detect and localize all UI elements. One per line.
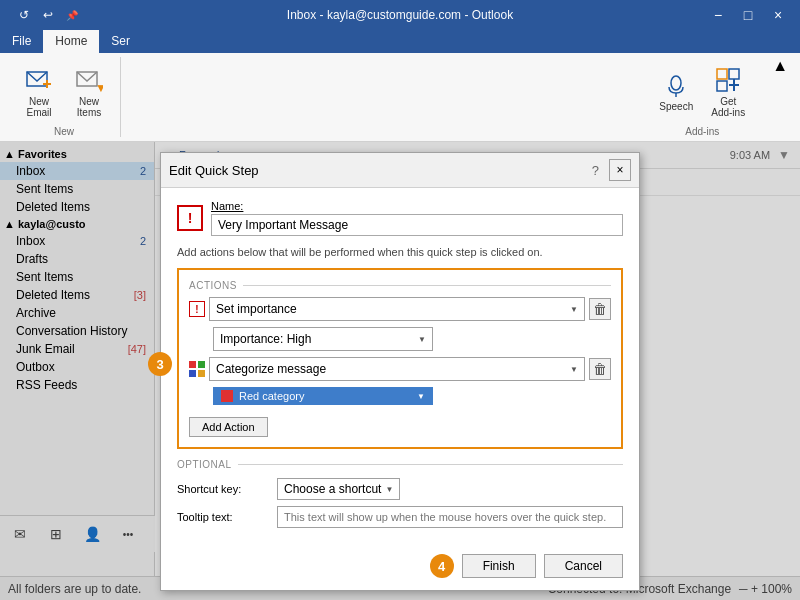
cancel-button[interactable]: Cancel xyxy=(544,554,623,578)
get-addins-icon xyxy=(712,64,744,96)
tooltip-row: Tooltip text: xyxy=(177,506,623,528)
dialog-description: Add actions below that will be performed… xyxy=(177,246,623,258)
action2-icon xyxy=(189,361,205,377)
new-items-label: New Items xyxy=(77,96,101,118)
dialog-title: Edit Quick Step xyxy=(169,163,259,178)
action1-sub-select[interactable]: Importance: High ▼ xyxy=(213,327,433,351)
dialog-help-label[interactable]: ? xyxy=(592,163,599,178)
ribbon-group-addins-items: Speech Get Add-ins xyxy=(652,57,752,124)
close-button[interactable]: × xyxy=(764,1,792,29)
maximize-button[interactable]: □ xyxy=(734,1,762,29)
new-items-button[interactable]: ▼ New Items xyxy=(66,59,112,123)
dialog-overlay: Edit Quick Step ? × ! Name: Add actions … xyxy=(0,142,800,600)
red-category-color xyxy=(221,390,233,402)
svg-rect-9 xyxy=(717,81,727,91)
tooltip-label: Tooltip text: xyxy=(177,511,277,523)
dialog-titlebar: Edit Quick Step ? × xyxy=(161,153,639,188)
get-addins-label: Get Add-ins xyxy=(711,96,745,118)
action1-sub-value: Importance: High xyxy=(220,332,311,346)
shortcut-value: Choose a shortcut xyxy=(284,482,381,496)
shortcut-row: Shortcut key: Choose a shortcut ▼ xyxy=(177,478,623,500)
add-action-button[interactable]: Add Action xyxy=(189,417,268,437)
action1-icon: ! xyxy=(189,301,205,317)
new-items-icon: ▼ xyxy=(73,64,105,96)
action2-value: Categorize message xyxy=(216,362,326,376)
edit-quick-step-dialog: Edit Quick Step ? × ! Name: Add actions … xyxy=(160,152,640,591)
optional-section-label: Optional xyxy=(177,459,623,470)
svg-point-5 xyxy=(671,76,681,90)
action2-delete-button[interactable]: 🗑 xyxy=(589,358,611,380)
speech-icon xyxy=(660,69,692,101)
window-controls: − □ × xyxy=(704,1,792,29)
speech-button[interactable]: Speech xyxy=(652,64,700,117)
category-dropdown-arrow: ▼ xyxy=(417,392,425,401)
ribbon-group-new-items: New Email ▼ New Items xyxy=(16,57,112,124)
category-select[interactable]: Red category ▼ xyxy=(213,387,433,405)
tab-send-receive[interactable]: Ser xyxy=(99,30,142,53)
shortcut-select[interactable]: Choose a shortcut ▼ xyxy=(277,478,400,500)
dialog-footer: 4 Finish Cancel xyxy=(161,546,639,590)
back-icon[interactable]: ↺ xyxy=(14,5,34,25)
undo-icon[interactable]: ↩ xyxy=(38,5,58,25)
tooltip-input[interactable] xyxy=(277,506,623,528)
new-email-icon xyxy=(23,64,55,96)
action1-select[interactable]: Set importance ▼ xyxy=(209,297,585,321)
title-bar: ↺ ↩ 📌 Inbox - kayla@customguide.com - Ou… xyxy=(0,0,800,30)
name-row: ! Name: xyxy=(177,200,623,236)
svg-text:▼: ▼ xyxy=(95,81,103,94)
pin-icon[interactable]: 📌 xyxy=(62,5,82,25)
action-1-row: ! Set importance ▼ 🗑 xyxy=(189,297,611,321)
action1-delete-button[interactable]: 🗑 xyxy=(589,298,611,320)
step-badge-4: 4 xyxy=(430,554,454,578)
svg-rect-8 xyxy=(729,69,739,79)
tab-file[interactable]: File xyxy=(0,30,43,53)
name-input[interactable] xyxy=(211,214,623,236)
app-title: Inbox - kayla@customguide.com - Outlook xyxy=(96,8,704,22)
shortcut-arrow: ▼ xyxy=(385,485,393,494)
ribbon-content: New Email ▼ New Items New xyxy=(0,53,800,141)
ribbon-group-new-label: New xyxy=(54,126,74,137)
actions-section-label: Actions xyxy=(189,280,611,291)
action2-select[interactable]: Categorize message ▼ xyxy=(209,357,585,381)
ribbon-scroll-up[interactable]: ▲ xyxy=(772,57,788,75)
dialog-body: ! Name: Add actions below that will be p… xyxy=(161,188,639,546)
action1-value: Set importance xyxy=(216,302,297,316)
ribbon: File Home Ser New Email xyxy=(0,30,800,142)
action1-sub-arrow: ▼ xyxy=(418,335,426,344)
ribbon-group-new: New Email ▼ New Items New xyxy=(8,57,121,137)
tab-home[interactable]: Home xyxy=(43,30,99,53)
optional-section: Optional Shortcut key: Choose a shortcut… xyxy=(177,459,623,528)
name-label: Name: xyxy=(211,200,615,212)
ribbon-group-addins: Speech Get Add-ins Add-ins xyxy=(644,57,760,137)
action2-dropdown-arrow: ▼ xyxy=(570,365,578,374)
get-addins-button[interactable]: Get Add-ins xyxy=(704,59,752,123)
new-email-label: New Email xyxy=(26,96,51,118)
step-badge-3: 3 xyxy=(148,352,172,376)
action1-dropdown-arrow: ▼ xyxy=(570,305,578,314)
ribbon-group-addins-label: Add-ins xyxy=(685,126,719,137)
ribbon-tabs: File Home Ser xyxy=(0,30,800,53)
action1-sub-row: Importance: High ▼ xyxy=(213,327,611,351)
actions-container: Actions ! Set importance ▼ 🗑 Importanc xyxy=(177,268,623,449)
speech-label: Speech xyxy=(659,101,693,112)
category-value: Red category xyxy=(239,390,417,402)
action2-sub-row: Red category ▼ xyxy=(213,387,611,405)
importance-icon: ! xyxy=(177,205,203,231)
minimize-button[interactable]: − xyxy=(704,1,732,29)
new-email-button[interactable]: New Email xyxy=(16,59,62,123)
action-2-row: Categorize message ▼ 🗑 xyxy=(189,357,611,381)
shortcut-label: Shortcut key: xyxy=(177,483,277,495)
dialog-close-button[interactable]: × xyxy=(609,159,631,181)
svg-rect-7 xyxy=(717,69,727,79)
finish-button[interactable]: Finish xyxy=(462,554,536,578)
